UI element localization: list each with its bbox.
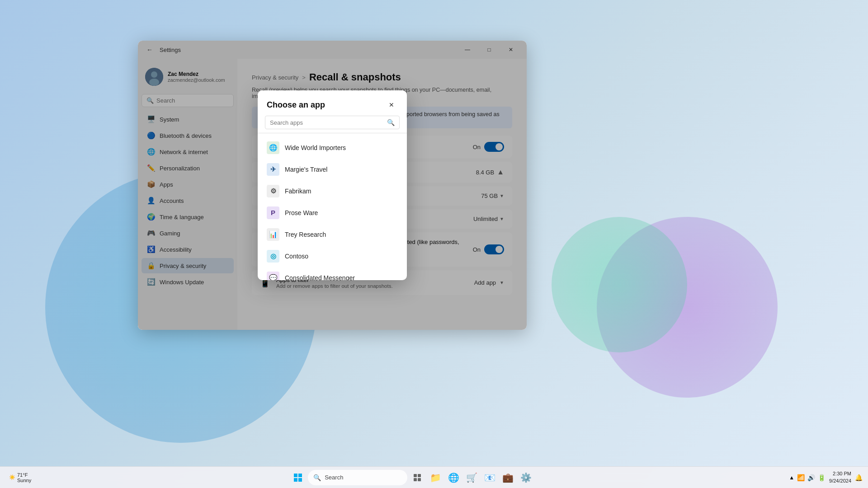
app-list-item[interactable]: ✈ Margie's Travel [258, 159, 407, 180]
tray-expand-icon[interactable]: ▲ [789, 474, 794, 481]
app-icon: P [267, 206, 279, 219]
weather-temp: 71°F [17, 472, 31, 478]
modal-overlay: Choose an app ✕ 🔍 🌐 Wide World Importers… [138, 41, 527, 330]
modal-close-button[interactable]: ✕ [385, 99, 398, 111]
svg-rect-8 [418, 474, 421, 477]
taskbar-center: 🔍 Search 📁 🌐 🛒 📧 💼 ⚙️ [290, 469, 534, 486]
app-name: Fabrikam [285, 188, 311, 195]
app-list-item[interactable]: ◎ Contoso [258, 245, 407, 267]
modal-app-list: 🌐 Wide World Importers ✈ Margie's Travel… [258, 135, 407, 280]
modal-header: Choose an app ✕ [258, 90, 407, 116]
volume-icon[interactable]: 🔊 [807, 474, 815, 481]
taskbar: ☀️ 71°F Sunny 🔍 Search [0, 466, 868, 488]
app-name: Trey Research [285, 231, 326, 238]
app-icon: ⚙ [267, 185, 279, 197]
choose-app-modal: Choose an app ✕ 🔍 🌐 Wide World Importers… [258, 90, 407, 280]
modal-divider [258, 133, 407, 133]
clock[interactable]: 2:30 PM 9/24/2024 [829, 470, 851, 484]
date-display: 9/24/2024 [829, 478, 851, 484]
app-icon: ◎ [267, 250, 279, 263]
taskbar-search[interactable]: 🔍 Search [308, 470, 407, 485]
store-icon[interactable]: 🛒 [463, 469, 480, 486]
notification-icon[interactable]: 🔔 [855, 474, 863, 481]
app-list-item[interactable]: 🌐 Wide World Importers [258, 137, 407, 159]
teams-icon[interactable]: 💼 [500, 469, 516, 486]
modal-title: Choose an app [267, 100, 325, 110]
settings-icon[interactable]: ⚙️ [518, 469, 534, 486]
app-icon: 🌐 [267, 141, 279, 154]
app-name: Prose Ware [285, 209, 318, 216]
taskbar-search-icon: 🔍 [313, 474, 321, 481]
taskbar-search-label: Search [325, 474, 343, 481]
app-list-item[interactable]: P Prose Ware [258, 202, 407, 224]
battery-icon[interactable]: 🔋 [818, 474, 826, 481]
modal-search-icon: 🔍 [387, 119, 395, 126]
weather-icon: ☀️ [9, 474, 15, 480]
taskbar-left: ☀️ 71°F Sunny [0, 472, 40, 483]
app-icon: ✈ [267, 163, 279, 176]
file-explorer-icon[interactable]: 📁 [427, 469, 443, 486]
edge-icon[interactable]: 🌐 [445, 469, 462, 486]
app-icon: 💬 [267, 272, 279, 280]
task-view-button[interactable] [409, 469, 425, 486]
system-tray: ▲ 📶 🔊 🔋 [789, 474, 826, 481]
mail-icon[interactable]: 📧 [481, 469, 498, 486]
app-list-item[interactable]: 💬 Consolidated Messenger [258, 267, 407, 280]
app-name: Contoso [285, 253, 308, 260]
svg-rect-6 [298, 478, 302, 482]
settings-window: ← Settings — □ ✕ Zac Mendez z [138, 41, 527, 330]
svg-rect-10 [418, 478, 421, 481]
taskbar-right: ▲ 📶 🔊 🔋 2:30 PM 9/24/2024 🔔 [783, 470, 868, 484]
svg-rect-4 [298, 474, 302, 477]
modal-search-box[interactable]: 🔍 [265, 116, 400, 129]
modal-search-input[interactable] [270, 119, 383, 126]
time-display: 2:30 PM [829, 470, 851, 477]
app-icon: 📊 [267, 228, 279, 241]
app-list-item[interactable]: ⚙ Fabrikam [258, 180, 407, 202]
weather-condition: Sunny [17, 478, 31, 483]
app-name: Consolidated Messenger [285, 274, 355, 280]
app-name: Wide World Importers [285, 144, 346, 151]
svg-rect-5 [294, 478, 297, 482]
app-list-item[interactable]: 📊 Trey Research [258, 224, 407, 245]
windows-button[interactable] [290, 469, 306, 486]
weather-widget[interactable]: ☀️ 71°F Sunny [5, 472, 35, 483]
svg-rect-7 [414, 474, 417, 477]
app-name: Margie's Travel [285, 166, 327, 173]
wifi-icon[interactable]: 📶 [797, 474, 805, 481]
svg-rect-3 [294, 474, 297, 477]
svg-rect-9 [414, 478, 417, 481]
